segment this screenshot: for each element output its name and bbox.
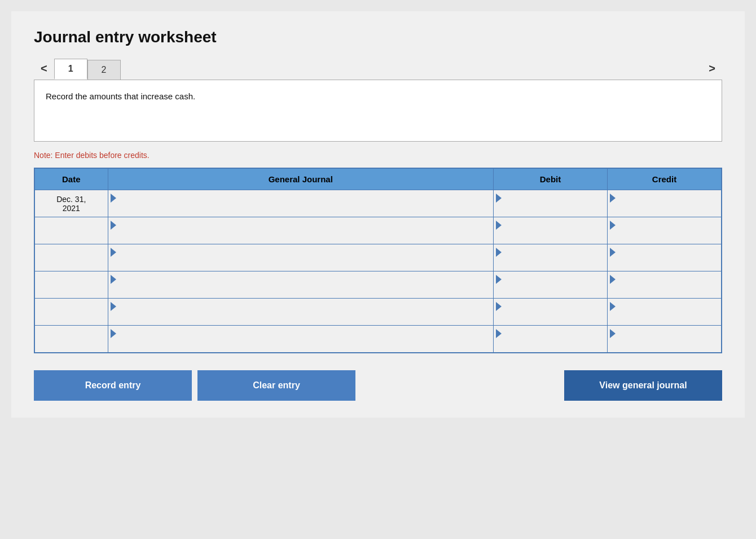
arrow-icon-general-0 (111, 194, 116, 203)
credit-cell-1[interactable] (608, 217, 722, 244)
credit-input-3[interactable] (616, 271, 721, 298)
arrow-icon-credit-3 (610, 275, 616, 284)
general-journal-input-1[interactable] (116, 217, 494, 244)
arrow-icon-credit-1 (610, 221, 616, 230)
arrow-icon-general-3 (111, 275, 116, 284)
general-journal-cell-4[interactable] (108, 299, 494, 326)
debit-cell-0[interactable] (494, 190, 608, 217)
tab-2[interactable]: 2 (87, 60, 121, 80)
page-container: Journal entry worksheet < 1 2 > Record t… (11, 11, 745, 418)
date-cell-1 (34, 217, 108, 244)
col-header-general: General Journal (108, 168, 494, 190)
credit-cell-0[interactable] (608, 190, 722, 217)
arrow-icon-general-2 (111, 248, 116, 257)
buttons-row: Record entry Clear entry View general jo… (34, 370, 722, 401)
debit-cell-3[interactable] (494, 271, 608, 299)
debit-input-0[interactable] (502, 190, 607, 217)
credit-cell-5[interactable] (608, 326, 722, 353)
credit-cell-4[interactable] (608, 299, 722, 326)
debit-input-1[interactable] (502, 217, 607, 244)
table-row (34, 217, 722, 244)
general-journal-cell-5[interactable] (108, 326, 494, 353)
credit-input-1[interactable] (616, 217, 721, 244)
arrow-icon-credit-5 (610, 329, 616, 338)
arrow-icon-debit-0 (496, 194, 502, 203)
general-journal-cell-3[interactable] (108, 271, 494, 299)
arrow-icon-credit-4 (610, 302, 616, 311)
journal-table: Date General Journal Debit Credit Dec. 3… (34, 168, 722, 353)
debit-input-5[interactable] (502, 326, 607, 352)
date-cell-0: Dec. 31, 2021 (34, 190, 108, 217)
debit-input-3[interactable] (502, 271, 607, 298)
arrow-icon-general-5 (111, 329, 116, 338)
credit-input-2[interactable] (616, 244, 721, 271)
debit-cell-4[interactable] (494, 299, 608, 326)
general-journal-cell-1[interactable] (108, 217, 494, 244)
instruction-box: Record the amounts that increase cash. (34, 80, 722, 142)
general-journal-input-0[interactable] (116, 190, 494, 217)
table-row (34, 244, 722, 271)
arrow-icon-debit-3 (496, 275, 502, 284)
clear-entry-button[interactable]: Clear entry (197, 370, 355, 401)
debit-input-2[interactable] (502, 244, 607, 271)
page-title: Journal entry worksheet (34, 28, 722, 46)
col-header-debit: Debit (494, 168, 608, 190)
arrow-icon-credit-0 (610, 194, 616, 203)
table-row (34, 271, 722, 299)
debit-cell-5[interactable] (494, 326, 608, 353)
general-journal-cell-2[interactable] (108, 244, 494, 271)
arrow-icon-debit-4 (496, 302, 502, 311)
arrow-icon-debit-2 (496, 248, 502, 257)
credit-input-4[interactable] (616, 299, 721, 325)
general-journal-input-2[interactable] (116, 244, 494, 271)
general-journal-cell-0[interactable] (108, 190, 494, 217)
arrow-icon-general-4 (111, 302, 116, 311)
prev-nav-arrow[interactable]: < (34, 58, 54, 80)
credit-cell-2[interactable] (608, 244, 722, 271)
record-entry-button[interactable]: Record entry (34, 370, 192, 401)
tab-1[interactable]: 1 (54, 59, 87, 80)
general-journal-input-3[interactable] (116, 271, 494, 298)
credit-input-0[interactable] (616, 190, 721, 217)
tabs-wrapper: < 1 2 > (34, 58, 722, 80)
note-text: Note: Enter debits before credits. (34, 151, 722, 160)
date-cell-5 (34, 326, 108, 353)
date-cell-3 (34, 271, 108, 299)
debit-cell-1[interactable] (494, 217, 608, 244)
col-header-credit: Credit (608, 168, 722, 190)
credit-input-5[interactable] (616, 326, 721, 352)
table-row: Dec. 31, 2021 (34, 190, 722, 217)
arrow-icon-general-1 (111, 221, 116, 230)
date-cell-4 (34, 299, 108, 326)
table-row (34, 326, 722, 353)
debit-input-4[interactable] (502, 299, 607, 325)
credit-cell-3[interactable] (608, 271, 722, 299)
view-general-journal-button[interactable]: View general journal (564, 370, 722, 401)
date-cell-2 (34, 244, 108, 271)
arrow-icon-credit-2 (610, 248, 616, 257)
arrow-icon-debit-5 (496, 329, 502, 338)
instruction-text: Record the amounts that increase cash. (46, 91, 195, 101)
general-journal-input-4[interactable] (116, 299, 494, 325)
general-journal-input-5[interactable] (116, 326, 494, 352)
table-header-row: Date General Journal Debit Credit (34, 168, 722, 190)
debit-cell-2[interactable] (494, 244, 608, 271)
table-row (34, 299, 722, 326)
col-header-date: Date (34, 168, 108, 190)
arrow-icon-debit-1 (496, 221, 502, 230)
next-nav-arrow[interactable]: > (702, 58, 722, 80)
